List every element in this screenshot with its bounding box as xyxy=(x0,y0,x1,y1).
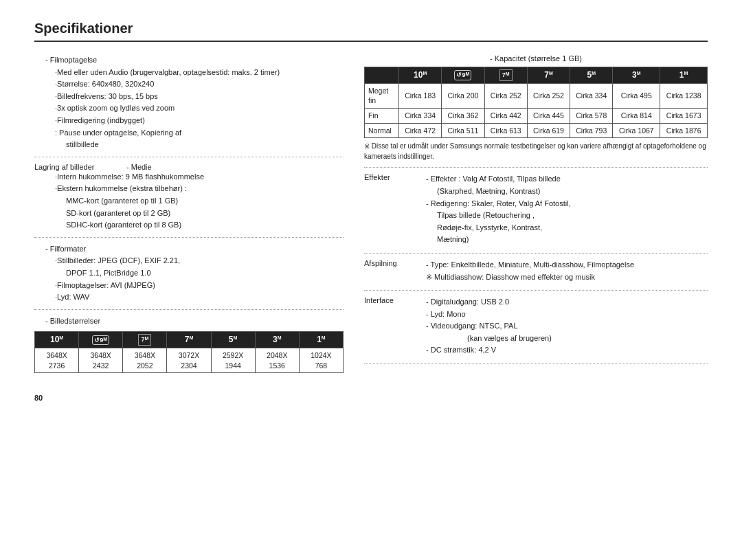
cap-cell-n-7m: Cirka 619 xyxy=(527,123,570,138)
interface-content: - Digitaludgang: USB 2.0 - Lyd: Mono - V… xyxy=(426,296,708,357)
filformater-item-3: ·Lyd: WAV xyxy=(34,291,344,304)
effekter-row: Effekter - Effekter : Valg Af Fotostil, … xyxy=(364,173,708,246)
afspilning-line-1: - Type: Enkeltbillede, Miniature, Multi-… xyxy=(426,259,708,271)
afspilning-row: Afspilning - Type: Enkeltbillede, Miniat… xyxy=(364,259,708,283)
interface-line-3: - Videoudgang: NTSC, PAL xyxy=(426,320,708,333)
effekter-line-6: Mætning) xyxy=(426,234,708,246)
lagring-label: Lagring af billeder xyxy=(34,163,124,171)
cap-row-normal: Fin Cirka 334 Cirka 362 Cirka 442 Cirka … xyxy=(365,108,708,123)
th-9m: ↺9M xyxy=(79,332,123,348)
interface-line-2: - Lyd: Mono xyxy=(426,309,708,321)
capacity-table: 10M ↺9M 7M 7M 5M 3M 1M Meget fin Cirka 1… xyxy=(364,67,708,138)
cap-cell-mf-9m: Cirka 200 xyxy=(442,83,484,108)
page-number: 80 xyxy=(34,394,43,402)
afspilning-line-2: ※ Multidiasshow: Diasshow med effekter o… xyxy=(426,271,708,284)
film-item-6: : Pause under optagelse, Kopiering af xyxy=(34,127,344,139)
cap-row-coarse: Normal Cirka 472 Cirka 511 Cirka 613 Cir… xyxy=(365,123,708,138)
capacity-section: - Kapacitet (størrelse 1 GB) 10M ↺9M 7M … xyxy=(364,54,708,168)
th-5m: 5M xyxy=(211,332,255,348)
filformater-item-1b: DPOF 1.1, PictBridge 1.0 xyxy=(34,267,344,280)
interface-line-4: (kan vælges af brugeren) xyxy=(426,333,708,345)
cap-th-3m: 3M xyxy=(613,67,660,84)
size-cell-7m-box: 3648X2052 xyxy=(123,348,167,372)
billedstorrelser-section: - Billedstørrelser 10M ↺9M 7M 7M 5M 3M 1… xyxy=(34,315,344,374)
film-item-4: ·3x optisk zoom og lydløs ved zoom xyxy=(34,102,344,115)
th-7m: 7M xyxy=(167,332,211,348)
cap-label-meget-fin: Meget fin xyxy=(365,83,399,108)
billedstorrelser-label: - Billedstørrelser xyxy=(34,315,344,328)
cap-th-5m: 5M xyxy=(570,67,613,84)
film-item-6b: stillbillede xyxy=(34,139,344,151)
filformater-item-1: ·Stillbilleder: JPEG (DCF), EXIF 2.21, xyxy=(34,255,344,267)
cap-cell-f-9m: Cirka 362 xyxy=(442,108,484,123)
cap-cell-mf-5m: Cirka 334 xyxy=(570,83,613,108)
left-column: - Filmoptagelse ·Med eller uden Audio (b… xyxy=(34,54,344,373)
size-cell-5m: 2592X1944 xyxy=(211,348,255,372)
right-column: - Kapacitet (størrelse 1 GB) 10M ↺9M 7M … xyxy=(364,54,708,373)
size-row: 3648X2736 3648X2432 3648X2052 3072X2304 … xyxy=(35,348,344,372)
lagring-section: Lagring af billeder - Medie ·Intern huko… xyxy=(34,163,344,238)
diag-header xyxy=(365,67,399,84)
cap-cell-f-7mb: Cirka 442 xyxy=(484,108,527,123)
effekter-line-1: - Effekter : Valg Af Fotostil, Tilpas bi… xyxy=(426,173,708,186)
cap-cell-f-3m: Cirka 814 xyxy=(613,108,660,123)
lagring-item-5: SDHC-kort (garanteret op til 8 GB) xyxy=(34,219,344,232)
effekter-line-2: (Skarphed, Mætning, Kontrast) xyxy=(426,186,708,198)
cap-row-fin: Meget fin Cirka 183 Cirka 200 Cirka 252 … xyxy=(365,83,708,108)
page-title: Specifikationer xyxy=(34,21,708,42)
effekter-line-4: Tilpas billede (Retouchering , xyxy=(426,210,708,222)
cap-cell-mf-7mb: Cirka 252 xyxy=(484,83,527,108)
cap-cell-mf-10m: Cirka 183 xyxy=(399,83,442,108)
film-item-2: ·Størrelse: 640x480, 320x240 xyxy=(34,78,344,91)
cap-th-1m: 1M xyxy=(660,67,708,84)
cap-cell-f-1m: Cirka 1673 xyxy=(660,108,708,123)
cap-cell-n-1m: Cirka 1876 xyxy=(660,123,708,138)
size-cell-10m: 3648X2736 xyxy=(35,348,79,372)
cap-cell-mf-7m: Cirka 252 xyxy=(527,83,570,108)
filformater-item-2: ·Filmoptagelser: AVI (MJPEG) xyxy=(34,280,344,292)
cap-th-9m: ↺9M xyxy=(442,67,484,84)
filmoptagelse-section: - Filmoptagelse ·Med eller uden Audio (b… xyxy=(34,54,344,157)
effekter-line-5: Rødøje-fix, Lysstyrke, Kontrast, xyxy=(426,222,708,234)
effekter-label: Effekter xyxy=(364,173,419,246)
cap-cell-f-5m: Cirka 578 xyxy=(570,108,613,123)
lagring-item-3: MMC-kort (garanteret op til 1 GB) xyxy=(34,195,344,208)
capacity-label: - Kapacitet (størrelse 1 GB) xyxy=(364,54,708,63)
effekter-content: - Effekter : Valg Af Fotostil, Tilpas bi… xyxy=(426,173,708,246)
afspilning-content: - Type: Enkeltbillede, Miniature, Multi-… xyxy=(426,259,708,283)
cap-th-7m: 7M xyxy=(527,67,570,84)
cap-cell-n-9m: Cirka 511 xyxy=(442,123,484,138)
size-cell-7m: 3072X2304 xyxy=(167,348,211,372)
cap-cell-mf-3m: Cirka 495 xyxy=(613,83,660,108)
lagring-sublabel: - Medie xyxy=(126,163,152,171)
interface-row: Interface - Digitaludgang: USB 2.0 - Lyd… xyxy=(364,296,708,357)
cap-cell-n-5m: Cirka 793 xyxy=(570,123,613,138)
cap-cell-n-7mb: Cirka 613 xyxy=(484,123,527,138)
effekter-line-3: - Redigering: Skaler, Roter, Valg Af Fot… xyxy=(426,198,708,210)
film-item-1: ·Med eller uden Audio (brugervalgbar, op… xyxy=(34,67,344,79)
size-cell-1m: 1024X768 xyxy=(299,348,343,372)
lagring-item-2: ·Ekstern hukommelse (ekstra tilbehør) : xyxy=(34,183,344,195)
film-item-5: ·Filmredigering (indbygget) xyxy=(34,115,344,127)
size-cell-9m: 3648X2432 xyxy=(79,348,123,372)
cap-th-10m: 10M xyxy=(399,67,442,84)
interface-line-1: - Digitaludgang: USB 2.0 xyxy=(426,296,708,309)
cap-label-normal: Normal xyxy=(365,123,399,138)
th-3m: 3M xyxy=(255,332,299,348)
interface-line-5: - DC strømstik: 4,2 V xyxy=(426,344,708,357)
effekter-section: Effekter - Effekter : Valg Af Fotostil, … xyxy=(364,173,708,254)
size-table: 10M ↺9M 7M 7M 5M 3M 1M 3648X2736 3648X24… xyxy=(34,331,344,373)
th-7m-box: 7M xyxy=(123,332,167,348)
interface-label: Interface xyxy=(364,296,419,357)
lagring-item-4: SD-kort (garanteret op til 2 GB) xyxy=(34,208,344,220)
size-cell-3m: 2048X1536 xyxy=(255,348,299,372)
cap-cell-mf-1m: Cirka 1238 xyxy=(660,83,708,108)
cap-th-7m-box: 7M xyxy=(484,67,527,84)
filmoptagelse-label: - Filmoptagelse xyxy=(34,54,344,67)
afspilning-section: Afspilning - Type: Enkeltbillede, Miniat… xyxy=(364,259,708,291)
cap-cell-n-3m: Cirka 1067 xyxy=(613,123,660,138)
capacity-note: ※ Disse tal er udmålt under Samsungs nor… xyxy=(364,141,708,161)
th-1m: 1M xyxy=(299,332,343,348)
afspilning-label: Afspilning xyxy=(364,259,419,283)
cap-cell-f-7m: Cirka 445 xyxy=(527,108,570,123)
